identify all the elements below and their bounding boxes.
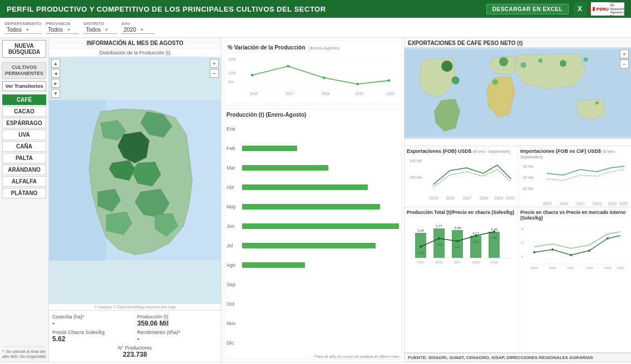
crop-platano-button[interactable]: PLÁTANO bbox=[2, 188, 46, 198]
cosecha-label: Cosecha (ha)* bbox=[52, 314, 133, 320]
crop-esparrago-button[interactable]: ESPÁRRAGO bbox=[2, 118, 46, 128]
crop-alfalfa-button[interactable]: ALFALFA bbox=[2, 176, 46, 187]
provincia-select[interactable]: Todos bbox=[46, 26, 79, 34]
svg-point-28 bbox=[451, 76, 459, 84]
distrito-value: Todos bbox=[86, 27, 101, 33]
page-title: PERFIL PRODUCTIVO Y COMPETITIVO DE LOS P… bbox=[7, 5, 326, 13]
download-excel-button[interactable]: DESCARGAR EN EXCEL bbox=[486, 4, 569, 14]
crop-palta-button[interactable]: PALTA bbox=[2, 153, 46, 163]
svg-point-63 bbox=[438, 237, 440, 240]
rendimiento-stat: Rendimiento (t/ha)* - bbox=[137, 330, 218, 343]
svg-text:3.42: 3.42 bbox=[455, 246, 461, 249]
crop-cacao-button[interactable]: CACAO bbox=[2, 106, 46, 117]
svg-text:2016: 2016 bbox=[549, 266, 556, 270]
world-zoom-out[interactable]: − bbox=[620, 59, 629, 68]
ministry-label: Ministerio de Desarrollo Agrario y Riego bbox=[610, 0, 627, 18]
map-nav-down[interactable]: ▼ bbox=[51, 89, 60, 98]
imports-title: Importaciones (FOB vs CIF) USD$ (Enero S… bbox=[520, 148, 629, 159]
note-text: *: Se calcula al final del año N/D: No D… bbox=[2, 349, 46, 360]
svg-text:2018: 2018 bbox=[322, 92, 330, 96]
rendimiento-value: - bbox=[137, 335, 218, 343]
map-section: INFORMACIÓN AL MES DE AGOSTO Distribució… bbox=[49, 38, 221, 362]
map-zoom-in[interactable]: + bbox=[210, 59, 219, 68]
svg-text:3.81: 3.81 bbox=[436, 243, 442, 246]
price-compare-chart: 8 5 2 bbox=[520, 222, 629, 272]
produccion-stat: Producción (t) 359.06 Mil bbox=[137, 314, 218, 327]
bar-feb bbox=[242, 144, 399, 152]
svg-text:2018: 2018 bbox=[585, 266, 593, 270]
svg-point-23 bbox=[560, 60, 566, 67]
world-zoom-in[interactable]: + bbox=[620, 49, 629, 58]
crop-uva-button[interactable]: UVA bbox=[2, 129, 46, 140]
svg-point-86 bbox=[570, 254, 572, 256]
svg-point-27 bbox=[441, 61, 452, 72]
departamento-filter: DEPARTAMENTO Todos bbox=[4, 21, 41, 34]
world-map-section: EXPORTACIONES DE CAFE PESO NETO (t) bbox=[405, 38, 631, 146]
charts-section: % Variación de la Producción (Enero-Agos… bbox=[221, 38, 404, 362]
svg-text:0%: 0% bbox=[229, 80, 234, 84]
svg-point-65 bbox=[475, 235, 477, 237]
distrito-select[interactable]: Todos bbox=[83, 26, 117, 34]
bar-dic bbox=[242, 338, 399, 346]
bar-chart-inner: Ene Feb Mar Abr May Jun Jul Ago Sep Oct … bbox=[226, 119, 399, 353]
productores-stat: N° Productores 223.738 bbox=[52, 345, 218, 358]
anio-select[interactable]: 2020 bbox=[121, 26, 155, 34]
map-nav-right[interactable]: ► bbox=[51, 79, 60, 88]
bar-chart-area: Producción (t) (Enero-Agosto) Ene Feb Ma… bbox=[224, 109, 402, 360]
production-price-row: Producción Total (t)/Precio en chacra (S… bbox=[405, 207, 631, 353]
svg-point-15 bbox=[287, 65, 289, 68]
svg-text:4.83: 4.83 bbox=[418, 251, 424, 255]
crop-cana-button[interactable]: CAÑA bbox=[2, 141, 46, 152]
svg-point-17 bbox=[356, 83, 359, 86]
content-area: INFORMACIÓN AL MES DE AGOSTO Distribució… bbox=[49, 38, 631, 362]
svg-text:2018: 2018 bbox=[480, 196, 489, 200]
svg-text:20 Mil: 20 Mil bbox=[523, 187, 534, 191]
svg-text:2020: 2020 bbox=[506, 196, 515, 200]
svg-text:2015: 2015 bbox=[543, 202, 552, 206]
svg-text:2020: 2020 bbox=[617, 266, 624, 270]
svg-text:2015: 2015 bbox=[430, 196, 438, 200]
right-panel: EXPORTACIONES DE CAFE PESO NETO (t) bbox=[404, 38, 631, 362]
sidebar-note: *: Se calcula al final del año N/D: No D… bbox=[2, 346, 46, 360]
stats-row-2: Precio Chacra Soles/kg 5.62 Rendimiento … bbox=[52, 330, 218, 343]
svg-text:2018: 2018 bbox=[593, 202, 602, 206]
svg-text:2017: 2017 bbox=[453, 261, 461, 264]
map-nav-up[interactable]: ▲ bbox=[51, 59, 60, 68]
svg-text:2017: 2017 bbox=[567, 266, 575, 270]
svg-text:2016: 2016 bbox=[435, 261, 443, 264]
bar-oct bbox=[242, 300, 399, 308]
svg-text:250 Mil: 250 Mil bbox=[410, 176, 422, 179]
cultivos-permanentes-label: CULTIVOS PERMANENTES bbox=[2, 62, 46, 79]
map-zoom-out[interactable]: − bbox=[210, 69, 219, 78]
svg-point-20 bbox=[499, 57, 508, 66]
svg-text:3.58: 3.58 bbox=[454, 226, 461, 230]
map-container[interactable]: ▲ ◄ ► ▼ + − bbox=[49, 57, 221, 304]
svg-text:2017: 2017 bbox=[463, 196, 472, 200]
crop-arandano-button[interactable]: ARÁNDANO bbox=[2, 164, 46, 175]
svg-point-14 bbox=[251, 74, 254, 77]
world-map-title: EXPORTACIONES DE CAFE PESO NETO (t) bbox=[405, 38, 631, 47]
anio-label: Año bbox=[121, 21, 155, 26]
cosecha-value: - bbox=[52, 320, 133, 327]
new-search-button[interactable]: NUEVA BÚSQUEDA bbox=[2, 40, 46, 58]
peru-label: PERU bbox=[597, 7, 609, 12]
price-compare-section: Precio en chacra vs Precio en mercado in… bbox=[518, 207, 631, 352]
svg-text:40 Mil: 40 Mil bbox=[523, 164, 534, 168]
ver-transitorios-button[interactable]: Ver Transitorios bbox=[2, 81, 46, 91]
source-bar: FUENTE: SISAGRI, SUNAT, CENAGRO, SISAP, … bbox=[405, 353, 631, 362]
map-navigation: ▲ ◄ ► ▼ bbox=[51, 59, 60, 98]
map-nav-left[interactable]: ◄ bbox=[51, 69, 60, 78]
bar-chart-note: Para el año en curso se analiza el últim… bbox=[226, 354, 399, 359]
svg-point-22 bbox=[538, 58, 543, 63]
crop-cafe-button[interactable]: CAFÉ bbox=[2, 94, 46, 105]
peru-map-svg bbox=[49, 57, 221, 304]
svg-point-84 bbox=[533, 251, 535, 253]
departamento-select[interactable]: Todos bbox=[4, 26, 41, 34]
main-container: NUEVA BÚSQUEDA CULTIVOS PERMANENTES Ver … bbox=[0, 38, 631, 362]
map-attribution: © Mapbox © OpenStreetMap Improve this ma… bbox=[49, 304, 221, 310]
svg-text:2019: 2019 bbox=[356, 92, 364, 96]
map-info-title: INFORMACIÓN AL MES DE AGOSTO bbox=[49, 38, 221, 49]
world-map-container[interactable]: + − bbox=[405, 47, 631, 139]
svg-text:2017: 2017 bbox=[286, 92, 294, 96]
bar-sep bbox=[242, 281, 399, 288]
